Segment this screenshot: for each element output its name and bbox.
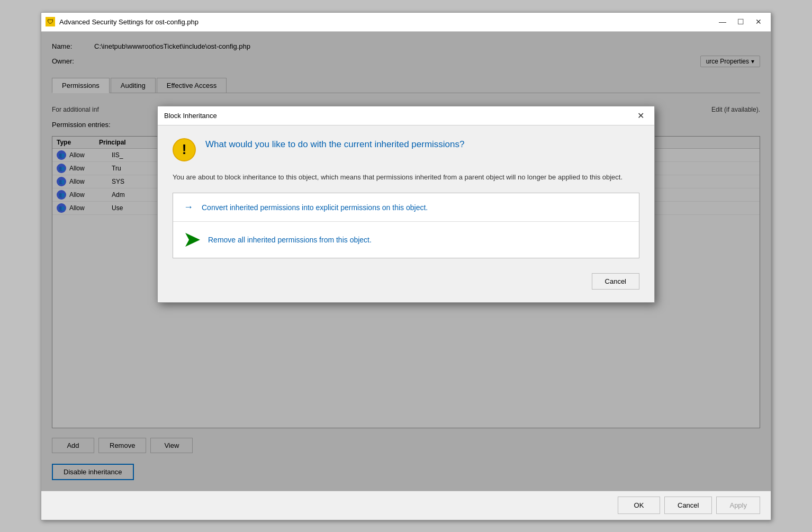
remove-permissions-option[interactable]: ➤ Remove all inherited permissions from … xyxy=(173,222,639,258)
window-title: Advanced Security Settings for ost-confi… xyxy=(59,18,715,26)
window-icon: 🛡 xyxy=(46,17,55,26)
dialog-cancel-button[interactable]: Cancel xyxy=(592,273,639,290)
maximize-button[interactable]: ☐ xyxy=(733,15,748,28)
dialog-question: What would you like to do with the curre… xyxy=(205,138,639,151)
apply-button[interactable]: Apply xyxy=(716,497,760,514)
arrow-right-icon: → xyxy=(184,202,193,213)
option1-label: Convert inherited permissions into expli… xyxy=(202,203,428,212)
dialog-close-button[interactable]: ✕ xyxy=(633,109,648,122)
cancel-button[interactable]: Cancel xyxy=(664,497,712,514)
title-bar-controls: — ☐ ✕ xyxy=(715,15,766,28)
dialog-body: ! What would you like to do with the cur… xyxy=(158,125,654,303)
option2-label: Remove all inherited permissions from th… xyxy=(208,236,372,244)
minimize-button[interactable]: — xyxy=(715,15,730,28)
convert-permissions-option[interactable]: → Convert inherited permissions into exp… xyxy=(173,193,639,222)
dialog-overlay: Block Inheritance ✕ ! What would you lik… xyxy=(41,32,771,491)
dialog-footer: Cancel xyxy=(173,269,639,292)
block-inheritance-dialog: Block Inheritance ✕ ! What would you lik… xyxy=(157,106,655,303)
dialog-title-bar: Block Inheritance ✕ xyxy=(158,106,654,125)
main-content: Name: C:\inetpub\wwwroot\osTicket\includ… xyxy=(41,32,771,491)
bottom-bar: OK Cancel Apply xyxy=(41,491,771,520)
green-arrow-icon: ➤ xyxy=(184,230,200,249)
warning-icon: ! xyxy=(173,138,196,161)
dialog-options: → Convert inherited permissions into exp… xyxy=(173,193,639,258)
ok-button[interactable]: OK xyxy=(618,497,660,514)
dialog-header: ! What would you like to do with the cur… xyxy=(173,138,639,161)
title-bar: 🛡 Advanced Security Settings for ost-con… xyxy=(41,13,771,32)
dialog-title: Block Inheritance xyxy=(164,112,633,120)
main-window: 🛡 Advanced Security Settings for ost-con… xyxy=(41,12,771,520)
close-button[interactable]: ✕ xyxy=(751,15,766,28)
dialog-description: You are about to block inheritance to th… xyxy=(173,172,639,183)
